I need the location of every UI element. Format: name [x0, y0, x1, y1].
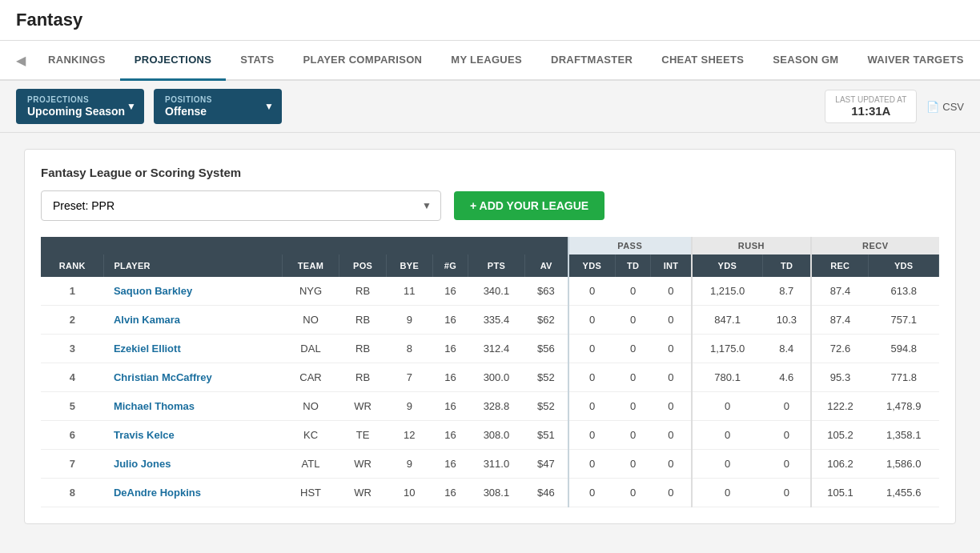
cell-recv-rec: 105.2 — [811, 421, 869, 450]
cell-recv-yds: 594.8 — [869, 335, 939, 363]
player-link[interactable]: Saquon Barkley — [114, 285, 192, 297]
cell-player: Ezekiel Elliott — [104, 335, 282, 363]
table-row: 7 Julio Jones ATL WR 9 16 311.0 $47 0 0 … — [41, 450, 939, 479]
cell-rank: 5 — [41, 392, 104, 421]
cell-pts: 328.8 — [468, 392, 524, 421]
cell-recv-yds: 613.8 — [869, 277, 939, 306]
cell-rush-td: 0 — [763, 479, 811, 507]
player-link[interactable]: Travis Kelce — [114, 429, 175, 441]
col-pass-yds: YDS — [568, 254, 615, 277]
nav-item-stats[interactable]: STATS — [226, 41, 288, 81]
nav-item-rankings[interactable]: RANKINGS — [34, 41, 120, 81]
nav-item-waiver-targets[interactable]: WAIVER TARGETS — [853, 41, 978, 81]
cell-pos: RB — [339, 306, 387, 335]
col-team: TEAM — [282, 254, 339, 277]
cell-pass-yds: 0 — [568, 450, 615, 479]
cell-team: DAL — [282, 335, 339, 363]
scoring-row: Preset: PPR ▼ + ADD YOUR LEAGUE — [41, 190, 939, 221]
projections-dropdown[interactable]: PROJECTIONS Upcoming Season ▼ — [16, 89, 144, 124]
nav-back-button[interactable]: ◀ — [16, 53, 34, 68]
cell-rush-yds: 780.1 — [692, 363, 763, 392]
cell-pass-yds: 0 — [568, 363, 615, 392]
cell-player: Travis Kelce — [104, 421, 282, 450]
table-row: 1 Saquon Barkley NYG RB 11 16 340.1 $63 … — [41, 277, 939, 306]
cell-recv-yds: 1,455.6 — [869, 479, 939, 507]
cell-bye: 12 — [386, 421, 432, 450]
player-link[interactable]: Michael Thomas — [114, 400, 195, 412]
toolbar: PROJECTIONS Upcoming Season ▼ POSITIONS … — [0, 81, 980, 133]
cell-player: Christian McCaffrey — [104, 363, 282, 392]
cell-bye: 9 — [386, 392, 432, 421]
rush-group-header: RUSH — [692, 237, 811, 254]
cell-recv-rec: 122.2 — [811, 392, 869, 421]
scoring-select-wrap: Preset: PPR ▼ — [41, 190, 441, 221]
col-recv-rec: REC — [811, 254, 869, 277]
cell-player: Alvin Kamara — [104, 306, 282, 335]
table-wrap: PASS RUSH RECV RANK PLAYER TEAM POS BYE … — [41, 237, 939, 507]
player-link[interactable]: DeAndre Hopkins — [114, 487, 201, 499]
scoring-select[interactable]: Preset: PPR — [41, 190, 441, 221]
cell-bye: 7 — [386, 363, 432, 392]
col-pass-int: INT — [651, 254, 692, 277]
cell-team: HST — [282, 479, 339, 507]
cell-av: $52 — [524, 363, 568, 392]
cell-recv-rec: 72.6 — [811, 335, 869, 363]
top-bar: Fantasy — [0, 0, 980, 41]
player-link[interactable]: Ezekiel Elliott — [114, 343, 181, 355]
csv-button[interactable]: 📄 CSV — [926, 101, 964, 113]
nav-item-season-gm[interactable]: SEASON GM — [758, 41, 853, 81]
toolbar-right: LAST UPDATED AT 11:31A 📄 CSV — [825, 90, 964, 123]
main-content: Fantasy League or Scoring System Preset:… — [0, 133, 980, 540]
player-link[interactable]: Alvin Kamara — [114, 314, 180, 326]
cell-rush-td: 0 — [763, 450, 811, 479]
col-av: AV — [524, 254, 568, 277]
cell-rush-yds: 1,215.0 — [692, 277, 763, 306]
cell-pts: 300.0 — [468, 363, 524, 392]
cell-av: $51 — [524, 421, 568, 450]
cell-pass-td: 0 — [615, 277, 651, 306]
cell-pts: 335.4 — [468, 306, 524, 335]
cell-pass-yds: 0 — [568, 335, 615, 363]
projections-card: Fantasy League or Scoring System Preset:… — [24, 149, 956, 524]
cell-team: NYG — [282, 277, 339, 306]
cell-rush-yds: 0 — [692, 479, 763, 507]
cell-pts: 340.1 — [468, 277, 524, 306]
player-link[interactable]: Christian McCaffrey — [114, 371, 212, 383]
positions-dropdown[interactable]: POSITIONS Offense ▼ — [154, 89, 282, 124]
cell-recv-rec: 87.4 — [811, 277, 869, 306]
nav-item-draftmaster[interactable]: DRAFTMASTER — [536, 41, 647, 81]
cell-rush-td: 0 — [763, 421, 811, 450]
cell-pass-yds: 0 — [568, 421, 615, 450]
cell-player: DeAndre Hopkins — [104, 479, 282, 507]
cell-bye: 11 — [386, 277, 432, 306]
cell-g: 16 — [432, 335, 468, 363]
player-link[interactable]: Julio Jones — [114, 458, 171, 470]
cell-recv-yds: 771.8 — [869, 363, 939, 392]
cell-pos: WR — [339, 450, 387, 479]
csv-label: CSV — [942, 101, 964, 113]
cell-pass-yds: 0 — [568, 277, 615, 306]
nav-item-projections[interactable]: PROJECTIONS — [120, 41, 226, 81]
positions-dropdown-label: POSITIONS — [165, 95, 212, 104]
cell-player: Michael Thomas — [104, 392, 282, 421]
cell-team: CAR — [282, 363, 339, 392]
nav-item-cheat-sheets[interactable]: CHEAT SHEETS — [647, 41, 758, 81]
recv-group-header: RECV — [811, 237, 938, 254]
col-rush-yds: YDS — [692, 254, 763, 277]
cell-rank: 3 — [41, 335, 104, 363]
last-updated-label: LAST UPDATED AT — [835, 95, 906, 104]
cell-pass-td: 0 — [615, 306, 651, 335]
cell-rank: 1 — [41, 277, 104, 306]
cell-recv-rec: 106.2 — [811, 450, 869, 479]
cell-pass-int: 0 — [651, 392, 692, 421]
cell-pts: 308.0 — [468, 421, 524, 450]
col-g: #G — [432, 254, 468, 277]
app-title: Fantasy — [16, 10, 82, 30]
add-league-button[interactable]: + ADD YOUR LEAGUE — [454, 191, 604, 220]
cell-rank: 6 — [41, 421, 104, 450]
nav-item-player-comparison[interactable]: PLAYER COMPARISON — [288, 41, 436, 81]
cell-g: 16 — [432, 363, 468, 392]
cell-pos: RB — [339, 335, 387, 363]
cell-recv-yds: 757.1 — [869, 306, 939, 335]
nav-item-my-leagues[interactable]: MY LEAGUES — [436, 41, 536, 81]
